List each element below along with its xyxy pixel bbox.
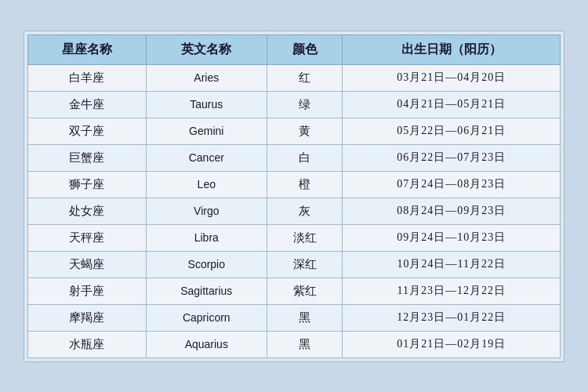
cell-chinese-name: 天蝎座 [28,251,147,278]
table-row: 射手座Sagittarius紫红11月23日—12月22日 [28,278,561,304]
cell-chinese-name: 射手座 [28,278,147,304]
table-body: 白羊座Aries红03月21日—04月20日金牛座Taurus绿04月21日—0… [28,64,561,358]
cell-english-name: Capricorn [146,304,267,331]
cell-english-name: Aries [146,64,267,91]
header-birthdate: 出生日期（阳历） [343,34,561,64]
cell-color: 黑 [267,304,342,331]
cell-chinese-name: 水瓶座 [28,331,147,358]
cell-chinese-name: 白羊座 [28,64,147,91]
cell-english-name: Taurus [146,91,267,118]
cell-dates: 09月24日—10月23日 [343,224,561,251]
cell-chinese-name: 摩羯座 [28,304,147,331]
cell-english-name: Libra [146,224,267,251]
cell-english-name: Leo [146,171,267,198]
cell-chinese-name: 天秤座 [28,224,147,251]
cell-english-name: Aquarius [146,331,267,358]
cell-english-name: Virgo [146,198,267,224]
cell-color: 黑 [267,331,342,358]
zodiac-table-container: 星座名称 英文名称 颜色 出生日期（阳历） 白羊座Aries红03月21日—04… [24,31,564,362]
cell-dates: 04月21日—05月21日 [343,91,561,118]
table-row: 摩羯座Capricorn黑12月23日—01月22日 [28,304,561,331]
cell-dates: 10月24日—11月22日 [343,251,561,278]
cell-dates: 03月21日—04月20日 [343,64,561,91]
cell-color: 灰 [267,198,342,224]
header-chinese-name: 星座名称 [28,34,147,64]
cell-color: 绿 [267,91,342,118]
cell-chinese-name: 巨蟹座 [28,144,147,171]
table-row: 处女座Virgo灰08月24日—09月23日 [28,198,561,224]
cell-dates: 07月24日—08月23日 [343,171,561,198]
table-row: 天秤座Libra淡红09月24日—10月23日 [28,224,561,251]
table-header-row: 星座名称 英文名称 颜色 出生日期（阳历） [28,34,561,64]
table-row: 金牛座Taurus绿04月21日—05月21日 [28,91,561,118]
table-row: 狮子座Leo橙07月24日—08月23日 [28,171,561,198]
zodiac-table: 星座名称 英文名称 颜色 出生日期（阳历） 白羊座Aries红03月21日—04… [27,34,561,358]
cell-chinese-name: 狮子座 [28,171,147,198]
cell-dates: 05月22日—06月21日 [343,118,561,144]
table-row: 白羊座Aries红03月21日—04月20日 [28,64,561,91]
cell-english-name: Sagittarius [146,278,267,304]
cell-chinese-name: 处女座 [28,198,147,224]
table-row: 水瓶座Aquarius黑01月21日—02月19日 [28,331,561,358]
cell-color: 黄 [267,118,342,144]
header-english-name: 英文名称 [146,34,267,64]
cell-color: 白 [267,144,342,171]
table-row: 巨蟹座Cancer白06月22日—07月23日 [28,144,561,171]
cell-dates: 01月21日—02月19日 [343,331,561,358]
cell-color: 橙 [267,171,342,198]
cell-chinese-name: 双子座 [28,118,147,144]
table-row: 天蝎座Scorpio深红10月24日—11月22日 [28,251,561,278]
cell-chinese-name: 金牛座 [28,91,147,118]
cell-color: 深红 [267,251,342,278]
cell-dates: 08月24日—09月23日 [343,198,561,224]
cell-color: 紫红 [267,278,342,304]
table-row: 双子座Gemini黄05月22日—06月21日 [28,118,561,144]
cell-dates: 12月23日—01月22日 [343,304,561,331]
header-color: 颜色 [267,34,342,64]
cell-english-name: Gemini [146,118,267,144]
cell-english-name: Cancer [146,144,267,171]
cell-color: 红 [267,64,342,91]
cell-english-name: Scorpio [146,251,267,278]
cell-dates: 06月22日—07月23日 [343,144,561,171]
cell-color: 淡红 [267,224,342,251]
cell-dates: 11月23日—12月22日 [343,278,561,304]
